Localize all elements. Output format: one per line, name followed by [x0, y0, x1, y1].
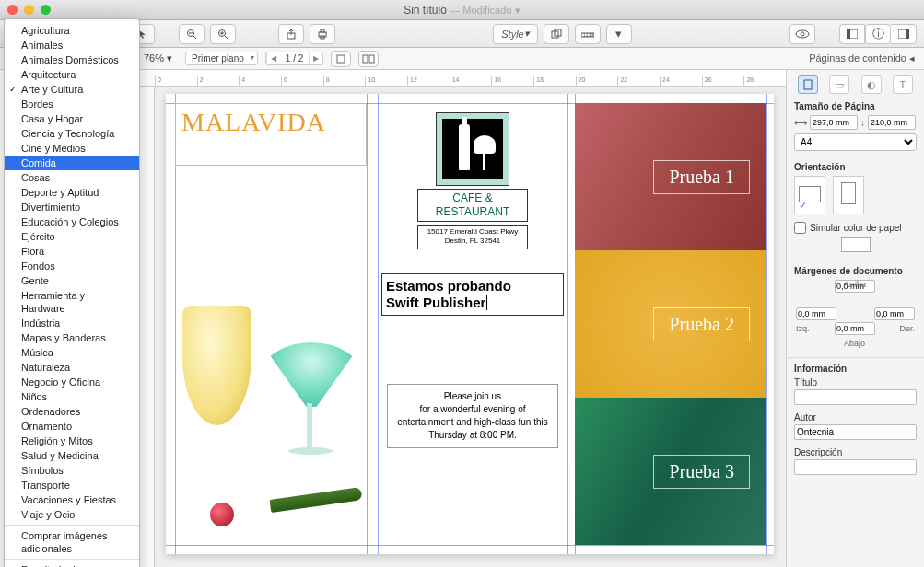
category-menu-item[interactable]: Flora — [5, 244, 139, 259]
category-menu-item[interactable]: Arte y Cultura — [5, 82, 139, 97]
category-menu-item[interactable]: Agricultura — [5, 23, 139, 38]
cafe-name-frame[interactable]: CAFE &RESTAURANT — [417, 189, 528, 222]
category-menu-item[interactable]: Casa y Hogar — [5, 111, 139, 126]
search-result-menu-item[interactable]: Resultado de Búsqueda — [5, 562, 139, 567]
category-menu-item[interactable]: Niños — [5, 389, 139, 404]
category-menu-item[interactable]: Fondos — [5, 259, 139, 273]
address-frame[interactable]: 15017 Emerald Coast PkwyDestin, FL 32541 — [417, 225, 528, 249]
category-menu-item[interactable]: Naturaleza — [5, 360, 139, 375]
strip-prueba-3[interactable]: Prueba 3 — [575, 398, 766, 545]
category-menu-item[interactable]: Bordes — [5, 97, 139, 111]
category-menu-item[interactable]: Divertimiento — [5, 200, 139, 214]
category-menu-item[interactable]: Ornamento — [5, 419, 139, 434]
category-menu-item[interactable]: Ejército — [5, 229, 139, 244]
doc-title-input[interactable] — [794, 389, 917, 405]
window-title: Sin título — Modificado ▾ — [0, 4, 924, 17]
preview-button[interactable] — [789, 24, 815, 44]
category-menu-item[interactable]: Mapas y Banderas — [5, 330, 139, 345]
margin-bottom-input[interactable] — [835, 322, 875, 335]
invitation-text-frame[interactable]: Please join us for a wonderful evening o… — [387, 384, 558, 448]
view-mode-single[interactable] — [331, 51, 351, 67]
category-menu-item[interactable]: Cosas — [5, 170, 139, 185]
tab-text[interactable]: T — [893, 75, 913, 94]
svg-text:12345: 12345 — [583, 32, 594, 38]
category-menu-item[interactable]: Vacaciones y Fiestas — [5, 492, 139, 507]
category-menu-item[interactable]: Religión y Mitos — [5, 434, 139, 448]
strip-prueba-2[interactable]: Prueba 2 — [575, 250, 766, 398]
share-button[interactable] — [278, 24, 304, 44]
category-menu-item[interactable]: Música — [5, 345, 139, 360]
category-menu-item[interactable]: Animales — [5, 38, 139, 52]
layer-dropdown[interactable]: Primer plano — [185, 52, 258, 65]
tab-appearance[interactable]: ◐ — [861, 75, 882, 94]
right-panel-toggle[interactable] — [891, 24, 917, 44]
category-menu-item[interactable]: Símbolos — [5, 463, 139, 478]
doc-description-input[interactable] — [794, 459, 917, 475]
zoom-level[interactable]: 76% ▾ — [138, 51, 178, 66]
fields-button[interactable]: 12345 — [575, 24, 601, 44]
category-menu-item[interactable]: Animales Domésticos — [5, 52, 139, 67]
svg-rect-9 — [321, 29, 324, 32]
paper-color-swatch[interactable] — [841, 237, 871, 252]
margin-left-input[interactable] — [796, 307, 836, 320]
close-window-icon[interactable] — [7, 5, 18, 15]
buy-images-menu-item[interactable]: Comprar imágenes adicionales — [5, 528, 139, 556]
layers-button[interactable] — [544, 24, 569, 44]
strip-prueba-1[interactable]: Prueba 1 — [575, 103, 766, 250]
canvas[interactable]: 0246810121416182022242628 MALAVIDA — [138, 70, 786, 567]
tab-geometry[interactable]: ▭ — [829, 75, 849, 94]
zoom-out-button[interactable] — [179, 24, 205, 44]
category-menu-item[interactable]: Salud y Medicina — [5, 448, 139, 463]
more-button[interactable]: ▾ — [606, 24, 632, 44]
category-menu-item[interactable]: Herramienta y Hardware — [5, 288, 139, 316]
category-menu-item[interactable]: Transporte — [5, 478, 139, 492]
zoom-window-icon[interactable] — [41, 5, 51, 15]
doc-author-input[interactable] — [794, 424, 917, 440]
margins-heading: Márgenes de documento — [794, 266, 917, 276]
category-menu-item[interactable]: Arquitectura — [5, 67, 139, 82]
category-menu-item[interactable]: Deporte y Aptitud — [5, 185, 139, 200]
left-panel-toggle[interactable] — [839, 24, 865, 44]
title-text-frame[interactable]: MALAVIDA — [175, 103, 367, 166]
prev-page-button[interactable]: ◀ — [266, 53, 280, 64]
test-text-frame[interactable]: Estamos probandoSwift Publisher — [381, 273, 564, 316]
inspector-panel: ▭ ◐ T Tamaño de Página ⟷ ↕ A4 Orientació… — [786, 70, 924, 567]
minimize-window-icon[interactable] — [24, 5, 34, 15]
tab-document[interactable] — [798, 75, 818, 94]
simulate-paper-row[interactable]: Simular color de papel — [794, 222, 917, 234]
orientation-portrait[interactable] — [833, 176, 864, 214]
zoom-in-button[interactable] — [210, 24, 236, 44]
category-menu-item[interactable]: Viaje y Ocio — [5, 507, 139, 522]
print-button[interactable] — [310, 24, 335, 44]
category-dropdown-menu: AgriculturaAnimalesAnimales DomésticosAr… — [4, 18, 140, 567]
svg-point-15 — [796, 30, 809, 38]
style-dropdown[interactable]: Style ▾ — [493, 24, 537, 44]
description-label: Descripción — [794, 447, 917, 457]
horizontal-ruler: 0246810121416182022242628 — [138, 70, 786, 87]
page-preset-select[interactable]: A4 — [794, 133, 917, 151]
svg-rect-23 — [369, 55, 374, 63]
next-page-button[interactable]: ▶ — [309, 53, 322, 64]
category-menu-item[interactable]: Ciencia y Tecnología — [5, 126, 139, 141]
content-pages-dropdown[interactable]: Páginas de contenido ◂ — [809, 52, 915, 64]
info-panel-toggle[interactable]: ⓘ — [865, 24, 891, 44]
category-menu-item[interactable]: Ordenadores — [5, 404, 139, 419]
view-mode-spread[interactable] — [358, 51, 379, 67]
category-menu-item[interactable]: Gente — [5, 273, 139, 288]
simulate-paper-checkbox[interactable] — [794, 222, 806, 234]
category-menu-item[interactable]: Indústria — [5, 316, 139, 330]
margin-right-input[interactable] — [874, 307, 915, 320]
vertical-ruler — [138, 87, 155, 567]
page-width-input[interactable] — [810, 115, 858, 130]
svg-rect-22 — [363, 55, 368, 63]
traffic-lights — [7, 5, 51, 15]
document-page[interactable]: MALAVIDA CAFE &RESTAURANT 15017 Emerald — [166, 94, 774, 554]
logo-image[interactable] — [436, 112, 509, 186]
category-menu-item[interactable]: Cine y Medios — [5, 141, 139, 156]
category-menu-item[interactable]: Negocio y Oficina — [5, 375, 139, 389]
orientation-landscape[interactable]: ✓ — [794, 176, 825, 214]
category-menu-item[interactable]: Comida — [5, 156, 139, 170]
page-height-input[interactable] — [868, 115, 916, 130]
cocktail-image[interactable] — [173, 260, 376, 545]
category-menu-item[interactable]: Educación y Colegios — [5, 214, 139, 229]
